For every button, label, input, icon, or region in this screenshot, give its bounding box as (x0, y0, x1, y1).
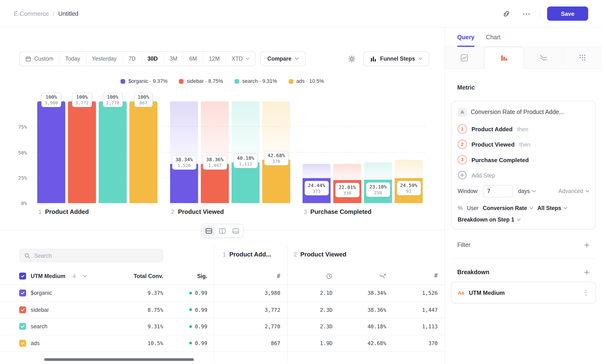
funnel-step-label: 3Purchase Completed (304, 209, 371, 215)
save-button[interactable]: Save (547, 6, 588, 21)
funnel-bars-icon (500, 54, 508, 62)
check-icon (20, 273, 25, 278)
calendar-icon (25, 56, 31, 62)
tab-query[interactable]: Query (457, 28, 475, 46)
chevron-down-icon (295, 57, 299, 60)
table-search[interactable] (19, 249, 163, 262)
funnel-bar[interactable] (129, 101, 157, 203)
date-range-30d[interactable]: 30D (142, 52, 164, 66)
add-step-button[interactable]: Add Step (458, 167, 589, 183)
add-filter-button[interactable] (584, 242, 590, 248)
funnel-step-label: 2Product Viewed (171, 209, 224, 215)
step-index: 2 (294, 251, 297, 258)
advanced-toggle[interactable]: Advanced (559, 188, 589, 194)
layout-split-vertical-button[interactable] (216, 225, 228, 236)
funnel-bar[interactable] (232, 162, 259, 203)
row-checkbox[interactable] (19, 340, 26, 347)
sig-header[interactable]: Sig. (163, 273, 214, 279)
breakdown-on-step-select[interactable]: Breakdown on Step 1 (458, 216, 589, 223)
avg-time-column-icon[interactable] (326, 273, 332, 279)
date-range-custom[interactable]: Custom (20, 52, 60, 66)
date-range-3m[interactable]: 3M (164, 52, 183, 66)
funnel-bar[interactable] (68, 101, 96, 203)
bar-value-label: 23.18%258 (366, 182, 390, 197)
tab-chart[interactable]: Chart (486, 28, 501, 46)
date-range-6m[interactable]: 6M (183, 52, 203, 66)
row-checkbox[interactable] (19, 289, 26, 297)
breadcrumb-parent[interactable]: E-Commerce (14, 10, 49, 17)
table-step-header-row: 1 Product Add... 2 Product Viewed (0, 248, 445, 265)
metric-letter-badge: A (458, 107, 467, 117)
date-range-yesterday[interactable]: Yesterday (86, 52, 123, 66)
kebab-menu-icon[interactable]: ⋮ (582, 289, 589, 296)
group-count: 4 (73, 273, 76, 279)
table-row[interactable]: $organic9.37%0.993,9802.1D38.34%1,526 (0, 285, 445, 302)
date-range-7d[interactable]: 7D (123, 52, 141, 66)
group-column-header[interactable]: UTM Medium (31, 273, 65, 279)
metric-step[interactable]: 1Product Addedthen (458, 121, 589, 137)
legend-item[interactable]: search · 9.31% (235, 78, 277, 84)
breakdown-table-body: $organic9.37%0.993,9802.1D38.34%1,526sid… (0, 285, 445, 352)
total-conv-header[interactable]: Total Conv. (125, 273, 163, 279)
row-checkbox[interactable] (19, 306, 26, 313)
add-breakdown-button[interactable] (584, 269, 590, 275)
table-row[interactable]: search9.31%0.992,7702.3D40.18%1,113 (0, 318, 445, 335)
window-value-input[interactable] (483, 185, 513, 197)
chart-settings-button[interactable] (345, 52, 359, 65)
chevron-down-icon[interactable] (83, 275, 87, 277)
measure-scope-select[interactable]: All Steps (537, 205, 567, 211)
share-link-button[interactable] (500, 7, 513, 20)
metric-title: Conversion Rate of Product Adde... (471, 109, 564, 116)
metric-step[interactable]: 3Purchase Completed (458, 152, 589, 167)
chart-view-selector[interactable]: Funnel Steps (363, 52, 429, 66)
horizontal-scrollbar[interactable] (44, 358, 194, 361)
layout-split-horizontal-button[interactable] (203, 225, 215, 236)
compare-button[interactable]: Compare (260, 52, 306, 66)
select-all-checkbox[interactable] (19, 273, 26, 279)
step-suffix: then (517, 126, 528, 132)
metric-title-row[interactable]: A Conversion Rate of Product Adde... (458, 107, 589, 117)
y-axis-tick: 50% (8, 150, 27, 155)
metric-step[interactable]: 2Product Viewedthen (458, 137, 589, 152)
more-options-button[interactable]: ⋯ (520, 7, 533, 20)
significance-dot (189, 325, 192, 328)
legend-item[interactable]: ads · 10.5% (289, 78, 324, 84)
legend-item[interactable]: $organic · 9.37% (121, 78, 168, 84)
date-range-xtd[interactable]: XTD (226, 52, 255, 66)
count-column-icon[interactable]: # (434, 273, 438, 279)
funnel-bar[interactable] (170, 164, 198, 203)
row-checkbox[interactable] (19, 323, 26, 330)
measure-entity[interactable]: User (467, 205, 478, 211)
bar-value-label: 100%2,770 (102, 92, 123, 107)
layout-bottom-panel-button[interactable] (230, 225, 242, 236)
funnel-bar[interactable] (201, 164, 229, 203)
funnel-bar[interactable] (262, 160, 290, 203)
tab-retention[interactable] (524, 47, 563, 68)
table-row[interactable]: sidebar8.75%0.993,7722.3D38.36%1,447 (0, 301, 445, 318)
metric-steps: 1Product Addedthen2Product Viewedthen3Pu… (458, 121, 589, 167)
y-axis-tick: 75% (8, 124, 27, 130)
breakdown-item[interactable]: Aa UTM Medium ⋮ (451, 282, 596, 303)
count-column-icon[interactable]: # (277, 273, 280, 279)
row-step2-count: 370 (386, 340, 445, 346)
breadcrumb-current[interactable]: Untitled (58, 10, 78, 17)
window-unit-select[interactable]: days (518, 188, 536, 194)
tab-funnels[interactable] (484, 47, 524, 69)
bar-value-label: 24.44%373 (304, 181, 329, 196)
search-input[interactable] (34, 252, 158, 259)
report-main: CustomTodayYesterday7D30D3M6M12MXTD Comp… (0, 28, 445, 364)
date-range-12m[interactable]: 12M (203, 52, 226, 66)
tab-insights[interactable] (445, 47, 484, 68)
legend-item[interactable]: sidebar · 8.75% (179, 78, 223, 84)
tab-flows[interactable] (563, 47, 602, 68)
plus-icon (584, 242, 590, 248)
dropoff-chart-column-icon[interactable] (379, 273, 386, 279)
date-range-today[interactable]: Today (59, 52, 86, 66)
table-row[interactable]: ads10.5%0.998671.9D42.68%370 (0, 335, 445, 352)
funnel-bar[interactable] (37, 101, 65, 203)
funnel-bar[interactable] (99, 101, 127, 203)
measure-metric-label: Conversion Rate (483, 205, 527, 211)
measure-metric-select[interactable]: Conversion Rate (483, 205, 533, 211)
breakdown-section-header: Breakdown (451, 269, 596, 276)
chevron-down-icon (563, 207, 567, 209)
